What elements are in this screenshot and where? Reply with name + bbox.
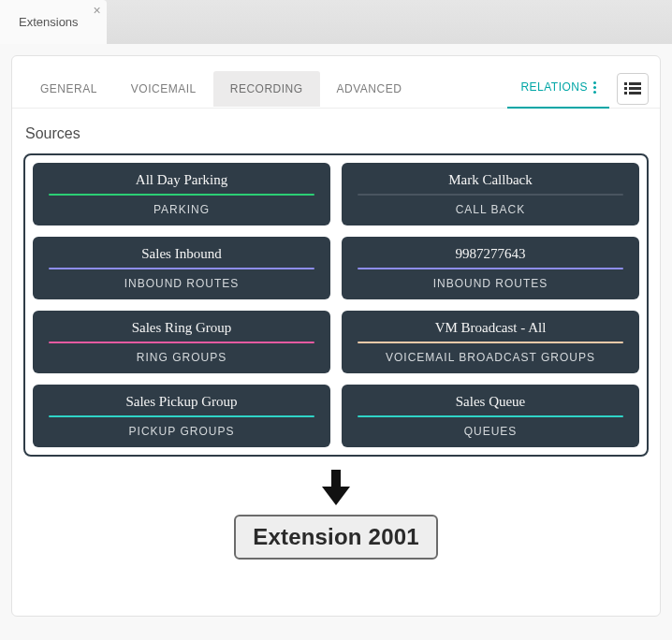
sources-grid: All Day ParkingPARKINGMark CallbackCALL … — [23, 153, 649, 457]
tab-relations-label: RELATIONS — [520, 80, 588, 94]
sources-heading: Sources — [25, 125, 649, 142]
source-type: RING GROUPS — [40, 351, 323, 364]
svg-rect-3 — [629, 87, 641, 90]
list-view-toggle[interactable] — [617, 73, 649, 105]
accent-rule — [49, 342, 314, 343]
source-tile[interactable]: VM Broadcast - AllVOICEMAIL BROADCAST GR… — [342, 311, 639, 373]
source-type: INBOUND ROUTES — [40, 277, 323, 290]
tab-advanced[interactable]: ADVANCED — [320, 71, 419, 107]
svg-marker-7 — [322, 487, 350, 505]
svg-rect-0 — [624, 82, 627, 85]
source-title: Sales Pickup Group — [40, 394, 323, 415]
source-tile[interactable]: All Day ParkingPARKING — [33, 163, 330, 225]
source-type: VOICEMAIL BROADCAST GROUPS — [349, 351, 632, 364]
arrow-down-icon — [320, 470, 352, 505]
flow-arrow — [23, 470, 649, 505]
tab-recording[interactable]: RECORDING — [213, 71, 320, 107]
svg-rect-2 — [624, 87, 627, 90]
source-tile[interactable]: Sales QueueQUEUES — [342, 385, 639, 447]
svg-rect-6 — [331, 470, 341, 487]
target-label: Extension 2001 — [253, 524, 419, 549]
source-title: Sales Ring Group — [40, 320, 323, 342]
source-tile[interactable]: Mark CallbackCALL BACK — [342, 163, 639, 225]
svg-rect-4 — [624, 92, 627, 95]
source-tile[interactable]: Sales Pickup GroupPICKUP GROUPS — [33, 385, 330, 447]
app-tab-strip: Extensions × — [0, 0, 672, 44]
relations-panel: Sources All Day ParkingPARKINGMark Callb… — [12, 109, 660, 578]
source-type: CALL BACK — [349, 203, 632, 216]
accent-rule — [49, 415, 314, 417]
accent-rule — [358, 194, 623, 196]
accent-rule — [358, 268, 623, 269]
source-title: Mark Callback — [349, 172, 632, 194]
source-title: Sales Queue — [349, 394, 632, 415]
source-tile[interactable]: Sales InboundINBOUND ROUTES — [33, 237, 330, 299]
extension-card: GENERAL VOICEMAIL RECORDING ADVANCED REL… — [11, 55, 661, 617]
app-tab-label: Extensions — [19, 15, 79, 29]
kebab-icon — [593, 81, 596, 94]
source-title: VM Broadcast - All — [349, 320, 632, 342]
source-tile[interactable]: 9987277643INBOUND ROUTES — [342, 237, 639, 299]
source-type: PARKING — [40, 203, 323, 216]
close-icon[interactable]: × — [93, 4, 100, 17]
source-type: PICKUP GROUPS — [40, 425, 323, 438]
source-type: QUEUES — [349, 425, 632, 438]
source-title: Sales Inbound — [40, 246, 323, 268]
tab-general[interactable]: GENERAL — [23, 71, 114, 107]
target-node[interactable]: Extension 2001 — [234, 515, 438, 560]
svg-rect-1 — [629, 82, 641, 85]
tab-voicemail[interactable]: VOICEMAIL — [114, 71, 213, 107]
accent-rule — [358, 342, 623, 343]
accent-rule — [358, 415, 623, 417]
app-tab-extensions[interactable]: Extensions × — [0, 0, 107, 44]
source-type: INBOUND ROUTES — [349, 277, 632, 290]
accent-rule — [49, 268, 314, 269]
accent-rule — [49, 194, 314, 196]
source-title: All Day Parking — [40, 172, 323, 194]
tab-bar: GENERAL VOICEMAIL RECORDING ADVANCED REL… — [12, 56, 660, 109]
svg-rect-5 — [629, 92, 641, 95]
tab-relations[interactable]: RELATIONS — [507, 69, 609, 109]
source-tile[interactable]: Sales Ring GroupRING GROUPS — [33, 311, 330, 373]
source-title: 9987277643 — [349, 246, 632, 268]
list-icon — [624, 82, 641, 95]
page-body: GENERAL VOICEMAIL RECORDING ADVANCED REL… — [0, 44, 672, 640]
